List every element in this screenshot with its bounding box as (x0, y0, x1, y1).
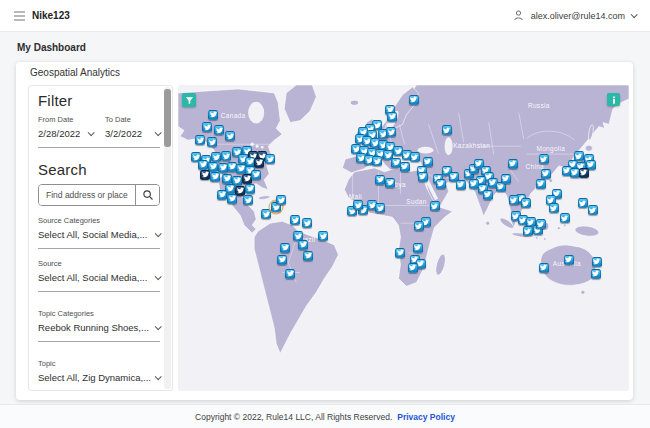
topic-categories-field[interactable]: Topic Categories Reebok Running Shoes,..… (38, 309, 160, 342)
map-marker[interactable] (523, 226, 533, 236)
map-marker[interactable] (318, 231, 328, 241)
map-marker[interactable] (387, 112, 397, 122)
topic-field[interactable]: Topic Select All, Zig Dynamica,... (38, 359, 160, 391)
hamburger-icon[interactable] (14, 11, 25, 21)
chevron-down-icon[interactable] (155, 373, 162, 380)
world-map[interactable]: CanadaRussiaKazakhstanMongoliaChinaIranL… (178, 85, 629, 391)
user-menu[interactable]: alex.oliver@rule14.com (512, 9, 636, 22)
map-marker[interactable] (409, 95, 419, 105)
map-marker[interactable] (385, 178, 395, 188)
map-marker[interactable] (375, 175, 385, 185)
map-marker[interactable] (579, 168, 589, 178)
map-marker[interactable] (588, 205, 598, 215)
map-marker[interactable] (539, 263, 549, 273)
breadcrumb: My Dashboard (17, 42, 86, 53)
chevron-down-icon[interactable] (88, 129, 95, 136)
map-marker[interactable] (227, 194, 237, 204)
map-marker[interactable] (536, 219, 546, 229)
panel-scrollbar[interactable] (164, 87, 171, 389)
map-marker[interactable] (372, 156, 382, 166)
map-marker[interactable] (243, 195, 253, 205)
map-marker[interactable] (539, 154, 549, 164)
map-filter-button[interactable] (182, 93, 196, 107)
map-marker[interactable] (353, 200, 363, 210)
map-marker[interactable] (436, 179, 446, 189)
map-marker[interactable] (195, 135, 205, 145)
chevron-down-icon[interactable] (155, 273, 162, 280)
map-marker[interactable] (442, 125, 452, 135)
map-marker[interactable] (549, 203, 559, 213)
field-value[interactable]: Select All, Social Media,... (38, 272, 147, 283)
search-button[interactable] (135, 185, 159, 205)
map-marker[interactable] (410, 152, 420, 162)
map-marker[interactable] (285, 269, 295, 279)
map-marker[interactable] (508, 159, 518, 169)
map-marker[interactable] (386, 127, 396, 137)
map-marker[interactable] (414, 221, 424, 231)
map-marker[interactable] (221, 151, 231, 161)
map-marker[interactable] (277, 255, 287, 265)
map-marker[interactable] (225, 131, 235, 141)
map-marker[interactable] (541, 169, 551, 179)
map-marker[interactable] (198, 160, 208, 170)
map-marker[interactable] (501, 174, 511, 184)
map-marker[interactable] (245, 184, 255, 194)
map-marker[interactable] (521, 198, 531, 208)
map-marker[interactable] (251, 170, 261, 180)
chevron-down-icon[interactable] (155, 230, 162, 237)
privacy-policy-link[interactable]: Privacy Policy (397, 412, 455, 422)
map-marker[interactable] (560, 213, 570, 223)
source-field[interactable]: Source Select All, Social Media,... (38, 259, 160, 292)
map-marker[interactable] (578, 198, 588, 208)
map-marker[interactable] (591, 269, 601, 279)
map-marker[interactable] (210, 172, 220, 182)
scrollbar-thumb[interactable] (164, 89, 171, 147)
map-marker[interactable] (280, 243, 290, 253)
map-marker[interactable] (222, 174, 232, 184)
map-marker[interactable] (200, 170, 210, 180)
field-value[interactable]: Select All, Social Media,... (38, 229, 147, 240)
map-marker[interactable] (261, 209, 271, 219)
from-date-value[interactable]: 2/28/2022 (38, 128, 80, 139)
from-date-field[interactable]: From Date 2/28/2022 (38, 115, 93, 139)
map-marker[interactable] (290, 215, 300, 225)
search-input[interactable] (39, 185, 135, 205)
map-marker[interactable] (456, 180, 466, 190)
map-marker[interactable] (214, 125, 224, 135)
map-marker[interactable] (207, 137, 217, 147)
map-marker[interactable] (211, 152, 221, 162)
to-date-value[interactable]: 3/2/2022 (105, 128, 142, 139)
breadcrumb-bar: My Dashboard (0, 32, 650, 62)
map-marker[interactable] (217, 190, 227, 200)
map-marker[interactable] (418, 172, 428, 182)
map-marker[interactable] (303, 251, 313, 261)
map-marker[interactable] (509, 195, 519, 205)
chevron-down-icon[interactable] (155, 323, 162, 330)
map-marker[interactable] (208, 110, 218, 120)
field-value[interactable]: Reebok Running Shoes,... (38, 322, 149, 333)
map-info-button[interactable] (607, 93, 620, 106)
map-marker[interactable] (430, 201, 440, 211)
map-marker[interactable] (564, 255, 574, 265)
map-marker[interactable] (265, 154, 275, 164)
map-marker[interactable] (592, 257, 602, 267)
map-marker[interactable] (408, 263, 418, 273)
map-marker[interactable] (276, 195, 286, 205)
map-marker[interactable] (235, 186, 245, 196)
map-marker[interactable] (298, 240, 308, 250)
source-categories-field[interactable]: Source Categories Select All, Social Med… (38, 216, 160, 249)
chevron-down-icon[interactable] (155, 129, 162, 136)
map-marker[interactable] (254, 158, 264, 168)
map-marker[interactable] (413, 243, 423, 253)
map-marker[interactable] (395, 248, 405, 258)
map-marker[interactable] (483, 190, 493, 200)
map-marker[interactable] (302, 218, 312, 228)
twitter-bird-icon (305, 252, 312, 259)
to-date-field[interactable]: To Date 3/2/2022 (105, 115, 160, 139)
map-marker[interactable] (400, 162, 410, 172)
map-marker[interactable] (202, 122, 212, 132)
map-marker[interactable] (536, 179, 546, 189)
twitter-bird-icon (385, 152, 392, 159)
field-value[interactable]: Select All, Zig Dynamica,... (38, 372, 151, 383)
map-marker[interactable] (375, 203, 385, 213)
